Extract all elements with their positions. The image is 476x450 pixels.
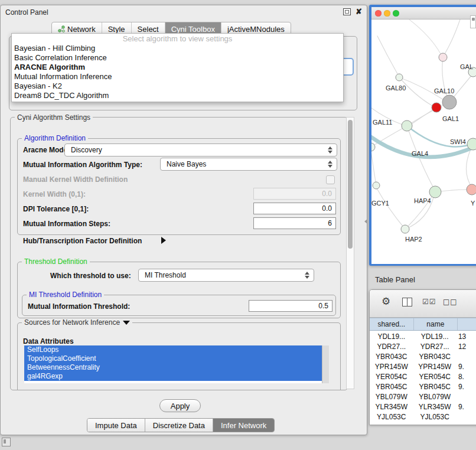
- table-cell[interactable]: 12: [457, 341, 476, 351]
- mi-steps-field[interactable]: 6: [253, 217, 336, 229]
- float-window-icon[interactable]: [343, 8, 351, 15]
- collapse-down-icon[interactable]: [123, 321, 130, 325]
- columns-icon[interactable]: [402, 298, 412, 306]
- network-node[interactable]: [396, 74, 403, 81]
- table-row[interactable]: YDR27...YDR27...12: [370, 341, 476, 351]
- table-cell[interactable]: 8.: [457, 371, 476, 381]
- table-cell[interactable]: YLR345W: [370, 402, 413, 412]
- bottom-tab-infer-network[interactable]: Infer Network: [213, 419, 274, 432]
- network-node[interactable]: [467, 184, 476, 195]
- expand-right-icon[interactable]: [161, 237, 166, 244]
- node-label-hap4: HAP4: [414, 197, 431, 204]
- dropdown-item-basic-correlation-inference[interactable]: Basic Correlation Inference: [12, 53, 343, 63]
- manual-kernel-checkbox[interactable]: [326, 175, 335, 184]
- table-panel-label: Table Panel: [375, 275, 415, 284]
- desktop: Control Panel ✘ NetworkStyleSelectCyni T…: [0, 0, 476, 450]
- table-cell[interactable]: YJL053C: [370, 412, 413, 422]
- table-cell[interactable]: YJL053C: [413, 412, 456, 422]
- table-cell[interactable]: [457, 412, 476, 422]
- apply-button[interactable]: Apply: [159, 399, 201, 412]
- table-cell[interactable]: YDR27...: [413, 341, 456, 351]
- column-header-2[interactable]: [458, 318, 476, 330]
- table-cell[interactable]: YDL19...: [413, 331, 456, 341]
- table-cell[interactable]: YBR045C: [370, 381, 413, 392]
- table-cell[interactable]: YDR27...: [370, 341, 413, 351]
- table-row[interactable]: YBR043CYBR043C: [370, 351, 476, 361]
- network-node[interactable]: [401, 225, 409, 233]
- control-panel-window: Control Panel ✘ NetworkStyleSelectCyni T…: [0, 5, 367, 435]
- table-cell[interactable]: YPR145W: [413, 361, 456, 371]
- table-cell[interactable]: 13: [457, 331, 476, 341]
- table-cell[interactable]: 9.: [457, 402, 476, 412]
- network-window-titlebar[interactable]: [371, 7, 476, 19]
- close-traffic-light[interactable]: [375, 10, 382, 17]
- mi-type-select[interactable]: Naive Bayes: [160, 158, 337, 171]
- network-canvas[interactable]: GAL80GAL10GALGAL11GAL1SWI4GAL4GCY1HAP4HA…: [371, 19, 476, 264]
- table-row[interactable]: YPR145WYPR145W9.: [370, 361, 476, 371]
- bottom-tab-impute-data[interactable]: Impute Data: [87, 419, 145, 432]
- table-cell[interactable]: YBR043C: [413, 351, 456, 361]
- algorithm-dropdown: Select algorithm to view settings Bayesi…: [11, 33, 344, 102]
- table-cell[interactable]: YBR043C: [370, 351, 413, 361]
- dropdown-item-aracne-algorithm[interactable]: ARACNE Algorithm: [12, 63, 343, 72]
- table-cell[interactable]: YDL19...: [370, 331, 413, 341]
- table-cell[interactable]: 9.: [457, 361, 476, 371]
- checked-pair-icon[interactable]: ☑☑: [422, 298, 436, 306]
- table-row[interactable]: YBL079WYBL079W: [370, 392, 476, 402]
- network-node[interactable]: [429, 186, 441, 198]
- table-cell[interactable]: YER054C: [413, 371, 456, 381]
- node-label-gal80: GAL80: [386, 84, 406, 92]
- network-node[interactable]: [373, 182, 380, 189]
- network-node[interactable]: [432, 103, 441, 112]
- table-cell[interactable]: YBL079W: [413, 392, 456, 402]
- list-scrollbar[interactable]: [322, 345, 329, 383]
- dropdown-item-mutual-information-inference[interactable]: Mutual Information Inference: [12, 72, 343, 81]
- table-row[interactable]: YBR045CYBR045C9.: [370, 381, 476, 392]
- table-row[interactable]: YER054CYER054C8.: [370, 371, 476, 381]
- table-cell[interactable]: [457, 392, 476, 402]
- network-node[interactable]: [467, 138, 476, 150]
- dropdown-item-bayesian-hill-climbing[interactable]: Bayesian - Hill Climbing: [12, 44, 343, 53]
- network-node[interactable]: [442, 95, 457, 109]
- data-attributes-list[interactable]: SelfLoopsTopologicalCoefficientBetweenne…: [24, 345, 329, 383]
- network-node[interactable]: [402, 120, 412, 131]
- table-cell[interactable]: YBL079W: [370, 392, 413, 402]
- attribute-item-topologicalcoefficient[interactable]: TopologicalCoefficient: [24, 354, 322, 363]
- attribute-item-gal4rgexp[interactable]: gal4RGexp: [24, 372, 322, 381]
- dropdown-item-dream8-dc-tdc-algorithm[interactable]: Dream8 DC_TDC Algorithm: [12, 91, 343, 100]
- close-icon[interactable]: ✘: [356, 8, 362, 15]
- hub-tf-label[interactable]: Hub/Transcription Factor Definition: [23, 237, 142, 245]
- table-cell[interactable]: YER054C: [370, 371, 413, 381]
- scrollbar-fragment[interactable]: [470, 15, 476, 28]
- network-view-window[interactable]: GAL80GAL10GALGAL11GAL1SWI4GAL4GCY1HAP4HA…: [369, 5, 476, 266]
- mi-threshold-field[interactable]: 0.5: [249, 300, 332, 312]
- column-header-shared[interactable]: shared...: [370, 318, 414, 330]
- unchecked-pair-icon[interactable]: □□: [443, 298, 458, 306]
- network-node[interactable]: [371, 143, 375, 151]
- settings-scrollbar[interactable]: [346, 117, 354, 389]
- table-cell[interactable]: YBR045C: [413, 381, 456, 392]
- sources-title[interactable]: Sources for Network Inference: [22, 318, 132, 327]
- network-node[interactable]: [439, 53, 447, 61]
- minimized-panel-icon[interactable]: [2, 438, 11, 446]
- scrollbar-thumb[interactable]: [348, 120, 353, 249]
- attribute-item-selfloops[interactable]: SelfLoops: [24, 345, 322, 354]
- splitter-collapse-arrow[interactable]: [364, 219, 367, 224]
- aracne-mode-select[interactable]: Discovery: [64, 144, 337, 156]
- gear-icon[interactable]: ⚙: [382, 295, 390, 307]
- table-row[interactable]: YJL053CYJL053C: [370, 412, 476, 422]
- column-header-name[interactable]: name: [414, 318, 458, 330]
- table-cell[interactable]: 9.: [457, 381, 476, 392]
- table-row[interactable]: YDL19...YDL19...13: [370, 331, 476, 341]
- table-row[interactable]: YLR345WYLR345W9.: [370, 402, 476, 412]
- dpi-tolerance-field[interactable]: 0.0: [253, 203, 336, 214]
- zoom-traffic-light[interactable]: [393, 10, 399, 17]
- bottom-tab-discretize-data[interactable]: Discretize Data: [145, 419, 213, 432]
- which-threshold-select[interactable]: MI Threshold: [138, 269, 314, 282]
- minimize-traffic-light[interactable]: [384, 10, 390, 17]
- dropdown-item-bayesian-k2[interactable]: Bayesian - K2: [12, 81, 343, 91]
- table-cell[interactable]: YPR145W: [370, 361, 413, 371]
- attribute-item-betweennesscentrality[interactable]: BetweennessCentrality: [24, 363, 322, 372]
- table-cell[interactable]: [457, 351, 476, 361]
- table-cell[interactable]: YLR345W: [413, 402, 456, 412]
